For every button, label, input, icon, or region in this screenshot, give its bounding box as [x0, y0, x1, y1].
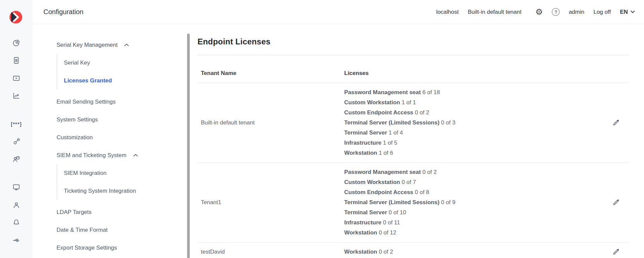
- edit-licenses-button[interactable]: [611, 198, 620, 207]
- license-name: Terminal Server (Limited Sessions): [344, 119, 439, 126]
- tenant-name: Tenant1: [198, 199, 341, 206]
- licenses-cell: Password Management seat 0 of 2Custom Wo…: [341, 167, 602, 238]
- password-icon[interactable]: [***]: [11, 115, 22, 133]
- sidebar-item-label: Customization: [57, 134, 93, 141]
- table-row: testDavidWorkstation 0 of 2: [198, 243, 629, 258]
- license-count: 1 of 1: [402, 99, 416, 106]
- help-icon[interactable]: ?: [552, 8, 560, 16]
- license-name: Terminal Server: [344, 130, 387, 136]
- app-logo[interactable]: [9, 11, 22, 24]
- license-name: Terminal Server (Limited Sessions): [344, 199, 439, 206]
- license-count: 0 of 2: [415, 109, 429, 116]
- sidebar-item-ticketing-system-integration[interactable]: Ticketing System Integration: [64, 182, 187, 200]
- sidebar-item-serial-key[interactable]: Serial Key: [64, 54, 187, 72]
- line-chart-icon[interactable]: [12, 87, 21, 105]
- table-row: Tenant1Password Management seat 0 of 2Cu…: [198, 163, 629, 243]
- language-label: EN: [620, 9, 628, 15]
- document-icon[interactable]: [12, 52, 21, 70]
- section-title: Endpoint Licenses: [198, 37, 629, 46]
- host-label: localhost: [436, 9, 459, 15]
- license-name: Password Management seat: [344, 89, 421, 96]
- user-icon[interactable]: [12, 196, 21, 214]
- sidebar-item-email-sending-settings[interactable]: Email Sending Settings: [57, 93, 187, 111]
- chevron-up-icon: [124, 43, 129, 46]
- license-entry: Infrastructure 1 of 5: [344, 138, 602, 148]
- sidebar-item-label: Date & Time Format: [57, 227, 108, 233]
- password-glyph: [***]: [11, 121, 22, 127]
- license-count: 0 of 12: [379, 229, 396, 236]
- sidebar-item-date-time-format[interactable]: Date & Time Format: [57, 221, 187, 239]
- monitor-icon[interactable]: [12, 179, 21, 196]
- column-header-licenses: Licenses: [341, 70, 602, 77]
- license-name: Password Management seat: [344, 169, 421, 175]
- table-row: Built-in default tenantPassword Manageme…: [198, 83, 629, 163]
- edit-pencil-icon: [612, 119, 619, 126]
- chevron-down-icon: [631, 10, 635, 13]
- license-entry: Custom Workstation 0 of 7: [344, 177, 602, 187]
- language-selector[interactable]: EN: [620, 9, 635, 15]
- license-count: 0 of 2: [379, 249, 393, 255]
- license-table-body: Built-in default tenantPassword Manageme…: [198, 83, 629, 258]
- sidebar-item-label: LDAP Targets: [57, 209, 92, 216]
- license-entry: Workstation 0 of 12: [344, 228, 602, 238]
- license-count: 0 of 11: [383, 219, 400, 226]
- sidebar-item-label: Export Storage Settings: [57, 245, 117, 251]
- sidebar-item-customization[interactable]: Customization: [57, 128, 187, 146]
- license-count: 1 of 5: [383, 140, 397, 146]
- license-entry: Custom Workstation 1 of 1: [344, 98, 602, 108]
- license-name: Custom Workstation: [344, 179, 400, 185]
- edit-licenses-button[interactable]: [611, 118, 620, 127]
- sidebar-item-label: SIEM Integration: [64, 170, 107, 177]
- sidebar-item-label: Serial Key: [64, 60, 90, 66]
- svg-text:?: ?: [17, 156, 19, 159]
- sidebar-subgroup-siem-and-ticketing-system: SIEM IntegrationTicketing System Integra…: [57, 164, 187, 200]
- license-entry: Infrastructure 0 of 11: [344, 218, 602, 228]
- sidebar-item-ldap-targets[interactable]: LDAP Targets: [57, 203, 187, 221]
- sidebar-item-label: Licenses Granted: [64, 77, 112, 84]
- sidebar-item-export-storage-settings[interactable]: Export Storage Settings: [57, 239, 187, 257]
- sidebar-item-licenses-granted[interactable]: Licenses Granted: [64, 72, 187, 89]
- edit-cell: [602, 87, 629, 158]
- license-count: 0 of 8: [415, 189, 429, 195]
- sidebar-item-label: System Settings: [57, 116, 98, 123]
- log-off-button[interactable]: Log off: [594, 9, 611, 15]
- tenant-name: testDavid: [198, 249, 341, 255]
- sidebar-item-label: Email Sending Settings: [57, 99, 116, 105]
- sidebar-item-siem-and-ticketing-system[interactable]: SIEM and Ticketing System: [57, 146, 187, 164]
- license-entry: Password Management seat 0 of 2: [344, 167, 602, 177]
- license-count: 0 of 7: [402, 179, 416, 185]
- icon-rail: [***]?: [0, 0, 33, 258]
- license-count: 0 of 10: [389, 209, 406, 216]
- video-player-icon[interactable]: [12, 69, 21, 87]
- rail-icon-list: [***]?: [0, 34, 33, 249]
- sidebar-item-label: Serial Key Management: [57, 42, 117, 48]
- sidebar-item-system-settings[interactable]: System Settings: [57, 111, 187, 128]
- sidebar-item-label: SIEM and Ticketing System: [57, 152, 127, 159]
- edit-pencil-icon: [612, 199, 619, 206]
- wireless-key-icon[interactable]: [12, 133, 21, 151]
- bell-icon[interactable]: [12, 214, 21, 232]
- licenses-cell: Password Management seat 6 of 18Custom W…: [341, 87, 602, 158]
- license-name: Custom Endpoint Access: [344, 109, 413, 116]
- sidenav-scrollbar[interactable]: [187, 34, 190, 258]
- user-question-icon[interactable]: ?: [12, 150, 21, 168]
- license-name: Workstation: [344, 150, 377, 156]
- settings-gear-icon[interactable]: ⚙: [535, 8, 543, 16]
- usb-icon[interactable]: [12, 231, 21, 249]
- main-content: Endpoint Licenses Tenant Name Licenses B…: [191, 24, 644, 258]
- sidebar-subgroup-serial-key-management: Serial KeyLicenses Granted: [57, 54, 187, 89]
- sidebar-item-siem-integration[interactable]: SIEM Integration: [64, 164, 187, 182]
- license-count: 1 of 6: [379, 150, 393, 156]
- licenses-cell: Workstation 0 of 2: [341, 247, 602, 257]
- sidebar-item-label: Ticketing System Integration: [64, 188, 136, 194]
- edit-licenses-button[interactable]: [611, 248, 620, 256]
- pie-chart-icon[interactable]: [12, 34, 21, 52]
- chevron-up-icon: [133, 154, 138, 157]
- license-name: Terminal Server: [344, 209, 387, 216]
- column-header-tenant-name: Tenant Name: [198, 70, 341, 77]
- sidebar-item-serial-key-management[interactable]: Serial Key Management: [57, 36, 187, 54]
- license-entry: Workstation 0 of 2: [344, 247, 602, 257]
- license-entry: Terminal Server (Limited Sessions) 0 of …: [344, 118, 602, 128]
- current-tenant-label: Built-in default tenant: [468, 9, 522, 15]
- user-label[interactable]: admin: [569, 9, 584, 15]
